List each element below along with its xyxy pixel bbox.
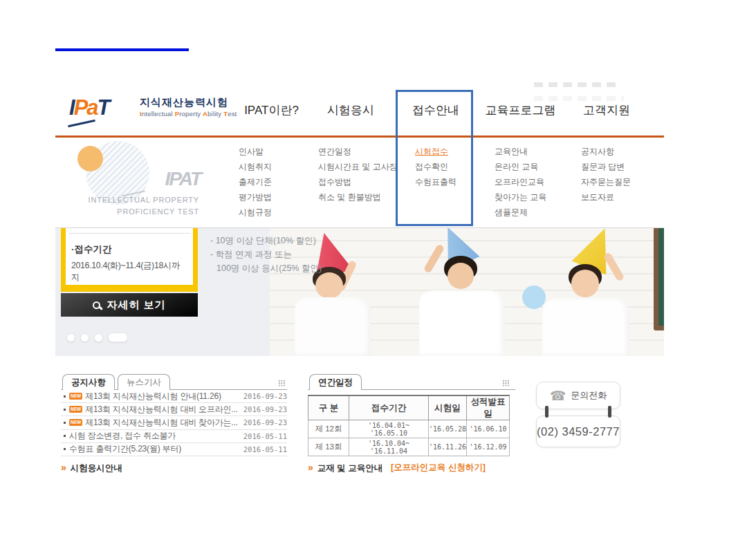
notice-item[interactable]: NEW 제13회 지식재산능력시험 안내(11.26) 2016-09-23	[61, 390, 287, 403]
col-header: 성적발표일	[467, 395, 510, 420]
more-icon[interactable]	[502, 380, 510, 386]
carousel-indicators	[66, 333, 128, 342]
menu-item[interactable]: 오프라인교육	[495, 174, 546, 189]
bullet-icon	[64, 395, 66, 398]
tab-annual-schedule[interactable]: 연간일정	[309, 374, 362, 390]
menu-item[interactable]: 취소 및 환불방법	[318, 189, 398, 205]
menu-item[interactable]: 시험취지	[239, 159, 272, 174]
menu-item[interactable]: 접수방법	[318, 174, 398, 189]
mega-menu: IPAT INTELLECTUAL PROPERTY PROFICIENCY T…	[55, 138, 664, 228]
link-offline-apply[interactable]: [오프라인교육 신청하기]	[391, 462, 486, 474]
header: IPaT 지식재산능력시험 Intellectual Property Abil…	[55, 78, 664, 138]
discount-info: - 10명 이상 단체(10% 할인) - 학점 연계 과정 또는 100명 이…	[210, 234, 322, 275]
main-banner: (5,000)	[55, 228, 664, 356]
carousel-dot-active[interactable]	[108, 333, 128, 342]
menu-column-about: 인사말 시험취지 출제기준 평가방법 시험규정	[239, 144, 272, 220]
decorative-orange-circle	[77, 146, 103, 171]
annual-schedule-table: 구 분 접수기간 시험일 성적발표일 제 12회 '16.04.01~ '16.…	[308, 395, 510, 456]
notice-item[interactable]: NEW 제13회 지식재산능력시험 대비 찾아가는... 2016-09-23	[61, 416, 287, 429]
watermark-logo: IPAT	[118, 168, 201, 190]
menu-item[interactable]: 연간일정	[318, 144, 398, 159]
menu-item[interactable]: 출제기준	[239, 174, 272, 189]
nav-customer-support[interactable]: 고객지원	[569, 100, 645, 121]
person-blue-hat	[421, 232, 505, 356]
schedule-panel: 연간일정 구 분 접수기간 시험일 성적발표일 제 12회 '16.04.01~…	[308, 374, 515, 456]
link-exam-guide[interactable]: »시험응시안내	[61, 462, 122, 474]
menu-item-exam-registration[interactable]: 시험접수	[415, 144, 456, 159]
nav-education-program[interactable]: 교육프로그램	[477, 100, 564, 121]
menu-item[interactable]: 샘플문제	[495, 205, 546, 220]
bullet-icon	[64, 409, 66, 411]
period-value: 2016.10.4(화)~11.4(금)18시까지	[71, 260, 187, 283]
bullet-icon	[64, 422, 66, 424]
menu-item[interactable]: 시험규정	[239, 205, 272, 220]
contact-phone-widget: ☎ 문의전화 (02) 3459-2777	[536, 382, 620, 447]
notice-panel: 공지사항 뉴스기사 NEW 제13회 지식재산능력시험 안내(11.26) 20…	[61, 374, 287, 456]
menu-item[interactable]: 질문과 답변	[581, 159, 631, 174]
notice-item[interactable]: NEW 제13회 지식재산능력시험 대비 오프라인... 2016-09-23	[61, 403, 287, 416]
logo-english-title: Intellectual Property Ability Test	[140, 110, 237, 118]
watermark-text-line2: PROFICIENCY TEST	[55, 207, 199, 216]
phone-icon: ☎	[550, 389, 566, 402]
menu-item[interactable]: 찾아가는 교육	[495, 189, 546, 205]
menu-item[interactable]: 시험시간표 및 고사장	[318, 159, 398, 174]
new-badge: NEW	[69, 406, 82, 413]
decorative-blue-circle	[522, 286, 546, 309]
tab-news[interactable]: 뉴스기사	[118, 374, 170, 390]
bullet-icon	[64, 435, 66, 437]
table-row: 제 13회 '16.10.04~ '16.11.04 '16.11.26 '16…	[308, 438, 510, 456]
banner-photo: (5,000)	[270, 228, 664, 356]
new-badge: NEW	[69, 419, 82, 426]
nav-exam-apply[interactable]: 시험응시	[313, 100, 389, 121]
watermark-text-line1: INTELLECTUAL PROPERTY	[55, 196, 199, 204]
menu-item[interactable]: 보도자료	[581, 189, 631, 205]
person-yellow-hat	[541, 236, 631, 356]
chalkboard: (5,000)	[654, 228, 664, 330]
col-header: 접수기간	[349, 395, 429, 420]
menu-item[interactable]: 접수확인	[415, 159, 456, 174]
menu-item[interactable]: 공지사항	[581, 144, 631, 159]
carousel-dot[interactable]	[66, 333, 75, 342]
tab-notice[interactable]: 공지사항	[62, 374, 115, 390]
magnifier-icon	[93, 301, 100, 309]
col-header: 구 분	[308, 395, 349, 420]
detail-button[interactable]: 자세히 보기	[61, 293, 198, 317]
page: IPaT 지식재산능력시험 Intellectual Property Abil…	[0, 0, 747, 560]
carousel-dot[interactable]	[94, 333, 103, 342]
menu-column-education: 교육안내 온라인 교육 오프라인교육 찾아가는 교육 샘플문제	[495, 144, 546, 220]
menu-item[interactable]: 자주묻는질문	[581, 174, 631, 189]
double-arrow-icon: »	[308, 462, 313, 473]
more-icon[interactable]	[278, 380, 286, 386]
registration-period-box: ·접수기간 2016.10.4(화)~11.4(금)18시까지	[61, 228, 198, 292]
carousel-dot[interactable]	[80, 333, 89, 342]
connector-bar	[545, 406, 548, 418]
menu-column-exam: 연간일정 시험시간표 및 고사장 접수방법 취소 및 환불방법	[318, 144, 398, 205]
menu-item[interactable]: 인사말	[239, 144, 272, 159]
site-logo[interactable]: IPaT 지식재산능력시험 Intellectual Property Abil…	[69, 96, 249, 129]
new-badge: NEW	[69, 393, 82, 400]
connector-bar	[608, 406, 611, 418]
menu-item[interactable]: 평가방법	[239, 189, 272, 205]
period-label: ·접수기간	[71, 243, 187, 256]
double-arrow-icon: »	[61, 462, 66, 473]
contact-label-box: ☎ 문의전화	[536, 382, 620, 409]
partial-utility-text	[534, 82, 618, 87]
contact-phone-number: (02) 3459-2777	[536, 416, 620, 447]
menu-column-support: 공지사항 질문과 답변 자주묻는질문 보도자료	[581, 144, 631, 205]
logo-korean-title: 지식재산능력시험	[140, 96, 228, 109]
notice-item[interactable]: 수험표 출력기간(5.23(월) 부터) 2016-05-11	[61, 443, 287, 456]
table-row: 제 12회 '16.04.01~ '16.05.10 '16.05.28 '16…	[308, 420, 510, 438]
col-header: 시험일	[428, 395, 466, 420]
nav-about-ipat[interactable]: IPAT이란?	[232, 100, 311, 121]
menu-item[interactable]: 교육안내	[495, 144, 546, 159]
menu-item[interactable]: 수험표출력	[415, 174, 456, 189]
notice-item[interactable]: 시험 장소변경, 접수 취소불가 2016-05-11	[61, 430, 287, 443]
logo-swoosh	[68, 120, 95, 127]
logo-mark: IPaT	[69, 97, 109, 118]
top-blue-line	[55, 48, 189, 51]
menu-column-registration: 시험접수 접수확인 수험표출력	[415, 144, 456, 189]
nav-registration-info[interactable]: 접수안내	[398, 100, 474, 121]
bullet-icon	[64, 448, 66, 450]
link-education-guide[interactable]: »교재 및 교육안내	[308, 462, 382, 474]
menu-item[interactable]: 온라인 교육	[495, 159, 546, 174]
